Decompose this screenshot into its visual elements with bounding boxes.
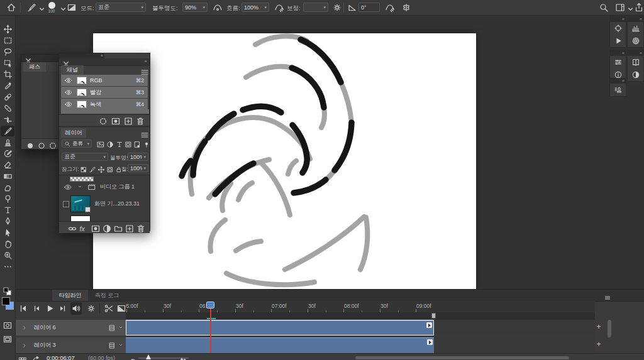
collapse-arrows-icon[interactable]: « — [610, 79, 626, 84]
collapse-arrows-icon[interactable]: « — [610, 17, 626, 22]
link-layers-icon[interactable] — [67, 224, 77, 234]
collapse-arrows-icon[interactable]: « — [628, 51, 643, 56]
chevron-down-icon[interactable] — [77, 184, 84, 190]
paint-symmetry-icon[interactable] — [401, 3, 411, 13]
clone-stamp-panel-button[interactable] — [610, 84, 626, 96]
eyedropper-tool[interactable] — [1, 80, 14, 91]
pen-tool[interactable] — [1, 216, 14, 227]
save-selection-icon[interactable] — [111, 116, 121, 126]
track-lane-layer6[interactable] — [126, 320, 595, 335]
audio-mute-button[interactable] — [70, 302, 82, 315]
layer-row-screen-recording[interactable]: 화면 기...20.23.31 — [59, 193, 150, 214]
video-clip-layer3[interactable] — [126, 337, 434, 353]
vertical-scrollbar[interactable] — [608, 320, 611, 337]
hand-tool[interactable] — [1, 239, 14, 249]
home-icon[interactable] — [6, 3, 16, 13]
opacity-input[interactable]: 90%▾ — [182, 3, 208, 12]
pressure-size-icon[interactable] — [385, 3, 395, 13]
add-media-button[interactable]: + — [592, 322, 605, 331]
canvas[interactable] — [93, 33, 476, 289]
quick-mask-icon[interactable] — [3, 320, 13, 330]
track-lane-layer3[interactable] — [126, 337, 595, 353]
video-clip-layer6[interactable] — [126, 320, 434, 335]
timeline-settings-button[interactable] — [86, 302, 97, 315]
filter-type-icon[interactable] — [116, 141, 123, 148]
smudge-tool[interactable] — [1, 182, 14, 193]
channel-row-partial[interactable] — [61, 109, 149, 114]
zoom-tool[interactable] — [1, 250, 14, 261]
new-layer-icon[interactable] — [125, 224, 135, 234]
frame-view-icon[interactable] — [19, 355, 27, 360]
track-header-layer6[interactable]: 레이어 6 — [15, 320, 126, 335]
foreground-color-swatch[interactable] — [2, 297, 10, 305]
render-export-icon[interactable] — [31, 353, 42, 360]
new-channel-icon[interactable] — [123, 116, 133, 126]
chevron-down-icon[interactable] — [118, 325, 125, 331]
collapse-arrows-icon[interactable]: « — [101, 53, 103, 58]
filter-smart-object-icon[interactable] — [133, 141, 141, 148]
layer-blend-mode-select[interactable]: 표준▾ — [62, 153, 108, 161]
brush-tool-icon[interactable] — [26, 3, 36, 13]
play-button[interactable] — [44, 302, 55, 315]
clip-settings-icon[interactable] — [108, 324, 116, 332]
clone-stamp-tool[interactable] — [1, 137, 14, 148]
chevron-right-icon[interactable] — [21, 325, 28, 331]
default-colors-icon[interactable] — [3, 286, 13, 297]
brush-settings-panel-icon[interactable] — [67, 3, 77, 13]
dodge-tool[interactable] — [1, 194, 14, 204]
fill-path-icon[interactable] — [25, 141, 35, 151]
split-at-playhead-button[interactable] — [103, 302, 114, 315]
stroke-path-icon[interactable] — [36, 141, 47, 151]
layer-fill-input[interactable]: 100%▾ — [128, 164, 148, 172]
trash-icon[interactable] — [136, 224, 146, 234]
crop-tool[interactable] — [1, 69, 14, 80]
zoom-out-mountain-icon[interactable] — [130, 356, 136, 360]
panel-menu-icon[interactable] — [140, 130, 150, 140]
tab-layers[interactable]: 레이어 — [61, 128, 86, 138]
add-media-button[interactable]: + — [592, 340, 605, 349]
healing-brush-tool[interactable] — [1, 103, 14, 114]
eye-icon[interactable] — [65, 77, 72, 84]
collapse-arrows-icon[interactable]: « — [628, 17, 643, 22]
airbrush-icon[interactable] — [274, 3, 284, 13]
layer-filter-select[interactable]: 종류▾ — [62, 139, 92, 148]
flow-input[interactable]: 100%▾ — [242, 3, 269, 12]
chevron-down-icon[interactable] — [118, 342, 125, 349]
blend-mode-select[interactable]: 표준▾ — [96, 3, 146, 12]
eraser-tool[interactable] — [1, 160, 14, 170]
clone-source-panel-button[interactable] — [610, 22, 626, 35]
navigator-panel-button[interactable] — [628, 35, 643, 47]
pressure-opacity-icon[interactable] — [213, 3, 223, 13]
panel-menu-icon[interactable] — [604, 294, 611, 301]
lock-artboard-icon[interactable] — [106, 166, 114, 173]
next-frame-button[interactable] — [57, 302, 69, 315]
brush-tool[interactable] — [1, 126, 14, 136]
trash-icon[interactable] — [135, 116, 145, 126]
brush-preset-picker[interactable]: 100 — [45, 1, 58, 14]
content-aware-move-tool[interactable] — [1, 114, 14, 125]
filter-pin-icon[interactable] — [143, 141, 150, 148]
clip-keyframe-badge[interactable] — [426, 322, 432, 328]
lasso-tool[interactable] — [1, 46, 14, 57]
properties-panel-button[interactable] — [610, 56, 626, 68]
channel-row-빨강[interactable]: 빨강⌘3 — [61, 87, 148, 99]
clip-keyframe-badge[interactable] — [427, 339, 433, 345]
zoom-in-mountain-icon[interactable] — [179, 353, 189, 360]
add-mask-icon[interactable] — [91, 224, 101, 234]
edit-toolbar[interactable] — [1, 261, 14, 272]
collapse-arrows-icon[interactable]: « — [145, 58, 147, 64]
playhead-handle[interactable] — [206, 302, 214, 308]
timeline-ruler[interactable]: 05:00f30f06:00f30f07:00f30f08:00f30f09:0… — [126, 301, 595, 313]
lock-pixels-icon[interactable] — [89, 166, 96, 173]
channel-row-rgb[interactable]: RGB⌘2 — [61, 75, 148, 87]
type-tool[interactable] — [1, 205, 14, 215]
layer-thumb-partial[interactable] — [70, 177, 94, 182]
history-brush-tool[interactable] — [1, 148, 14, 159]
layer-style-fx-icon[interactable]: fx — [79, 224, 89, 234]
object-selection-tool[interactable] — [1, 58, 14, 68]
tab-channels[interactable]: 채널 — [61, 65, 84, 75]
new-group-icon[interactable] — [113, 224, 123, 234]
zoom-slider-thumb[interactable] — [146, 354, 151, 359]
workspace-switcher-icon[interactable] — [615, 3, 625, 13]
load-selection-icon[interactable] — [98, 116, 108, 126]
